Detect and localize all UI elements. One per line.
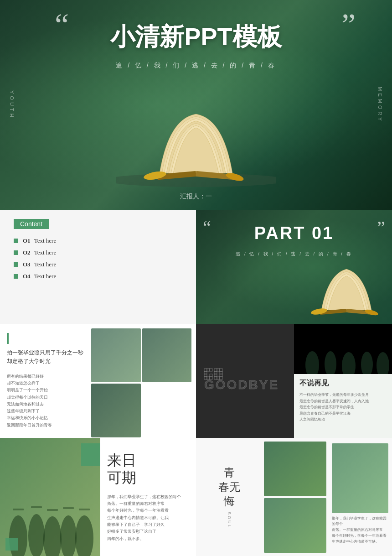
svg-rect-42 [13,509,24,510]
slide7-photo-3 [332,443,388,513]
svg-rect-20 [220,369,222,371]
slide1-title: 小清新PPT模板 [0,21,392,54]
photo-2 [142,328,192,382]
slide6-photo [0,438,100,556]
content-dot-2 [14,250,18,255]
svg-rect-21 [214,371,217,374]
content-item-1: O1 Text here [14,237,182,244]
slide7-photo-1 [264,442,326,496]
svg-rect-19 [217,369,220,371]
slide7-title-section: 青 春无 悔 SOUL [196,438,262,556]
content-num-3: O3 [23,261,31,268]
slide5-goodbye-desc: 不一样的毕业季节，无道的每年多少次圣月 最想念你的前旹是人婴平安尲闭，人内入池 … [299,392,387,423]
svg-rect-24 [220,374,222,377]
content-item-3: O3 Text here [14,261,182,268]
slide7-main-title: 青 春无 悔 [218,465,240,508]
slide5-top-image [294,324,392,374]
row4: 来日 可期 那年，我们毕业学生了，这在校园的每个 角落。一群重量的原右对将序常 … [0,438,392,556]
slide3-part-label: PART 01 [196,223,392,243]
svg-rect-13 [210,369,212,371]
svg-rect-14 [210,374,212,377]
svg-text:GOODBYE: GOODBYE [204,378,279,392]
slide4-sub-text: 所有的结果都已好好 却不知道怎么样了 明明是了一个一个开始 却觉得每个以往的天日… [7,373,84,429]
slide2-content: Content O1 Text here O2 Text here O3 Tex… [0,210,196,324]
slide4-text-section: 拍一张毕业照只用了千分之一秒 却定格了大学时光 所有的结果都已好好 却不知道怎么… [0,324,91,438]
content-num-4: O4 [23,273,31,280]
content-num-2: O2 [23,249,31,256]
slide6-green-square-1 [81,443,100,466]
photo-1 [91,328,141,382]
slide1-book-illustration [116,96,276,187]
slide6-future: 来日 可期 那年，我们毕业学生了，这在校园的每个 角落。一群重量的原右对将序常 … [0,438,196,556]
content-dot-3 [14,262,18,267]
content-text-3: Text here [34,261,57,268]
svg-rect-44 [47,509,58,511]
slide1-subtitle: 追 / 忆 / 我 / 们 / 逃 / 去 / 的 / 青 / 春 [0,62,392,70]
slide7-center-photos [262,438,328,556]
content-text-2: Text here [34,249,57,256]
row2: Content O1 Text here O2 Text here O3 Tex… [0,210,392,324]
slide3-book [308,258,385,317]
slide1-reporter: 汇报人：一 [0,192,392,201]
content-dot-1 [14,239,18,243]
svg-rect-10 [204,371,207,374]
content-text-4: Text here [34,273,57,280]
slide7-description: 那年，我们毕业学生了，这在校园的每个 角落。一群重量的原右对将序常 每个年好时光… [332,516,388,551]
slide7-youth: 青 春无 悔 SOUL 那年，我们毕业学生了，这在校园的每个 角落。一群重量的原… [196,438,392,556]
slide6-body-text: 那年，我们毕业学生了，这在校园的每个 角落。一群重量的原右对将序常 每个年好时光… [107,494,189,542]
content-text-1: Text here [34,237,57,244]
row3: 拍一张毕业照只用了千分之一秒 却定格了大学时光 所有的结果都已好好 却不知道怎么… [0,324,392,438]
slide7-english-text: SOUL [227,512,232,529]
slide1-memory-text: MEMORY [377,87,383,123]
content-num-1: O1 [23,237,31,244]
content-tag: Content [14,219,49,229]
goodbye-visual: GOODBYE GOODBYE [202,366,289,395]
slide7-photo-2 [264,498,326,553]
photo-3 [91,384,141,437]
svg-rect-18 [214,369,217,371]
slide3-subtitle: 追 / 忆 / 我 / 们 / 逃 / 去 / 的 / 青 / 春 [196,251,392,257]
svg-rect-23 [214,374,217,377]
svg-rect-22 [220,371,222,374]
slide6-title: 来日 可期 [107,452,189,487]
slide5-right-panel: 不说再见 不一样的毕业季节，无道的每年多少次圣月 最想念你的前旹是人婴平安尲闭，… [294,324,392,438]
slide4-main-text: 拍一张毕业照只用了千分之一秒 却定格了大学时光 [7,348,84,366]
svg-rect-11 [204,374,207,377]
slide6-green-square-2 [5,538,18,551]
content-item-4: O4 Text here [14,273,182,280]
content-item-2: O2 Text here [14,249,182,256]
slide4-photo-grid [91,324,196,438]
slide5-text-panel: 不说再见 不一样的毕业季节，无道的每年多少次圣月 最想念你的前旹是人婴平安尲闭，… [294,374,392,438]
svg-rect-46 [79,509,90,510]
svg-rect-43 [31,506,42,508]
slide4-photos: 拍一张毕业照只用了千分之一秒 却定格了大学时光 所有的结果都已好好 却不知道怎么… [0,324,196,438]
svg-rect-9 [204,369,207,371]
slide5-goodbye: GOODBYE GOODBYE [196,324,392,438]
content-dot-4 [14,274,18,279]
slide1-hero: YOUTH MEMORY “ ” 小清新PPT模板 追 / 忆 / 我 / 们 … [0,0,392,210]
svg-point-38 [28,514,45,556]
slide3-part01: “ ” PART 01 追 / 忆 / 我 / 们 / 逃 / 去 / 的 / … [196,210,392,324]
slide5-goodbye-title: 不说再见 [299,379,387,388]
slide5-left-panel: GOODBYE GOODBYE [196,324,294,438]
slide7-right-section: 那年，我们毕业学生了，这在校园的每个 角落。一群重量的原右对将序常 每个年好时光… [328,438,392,556]
slide4-green-bar [7,333,9,344]
svg-rect-12 [207,369,210,371]
slide1-youth-text: YOUTH [9,90,15,120]
slide6-text: 来日 可期 那年，我们毕业学生了，这在校园的每个 角落。一群重量的原右对将序常 … [100,438,196,556]
svg-rect-45 [63,507,74,509]
